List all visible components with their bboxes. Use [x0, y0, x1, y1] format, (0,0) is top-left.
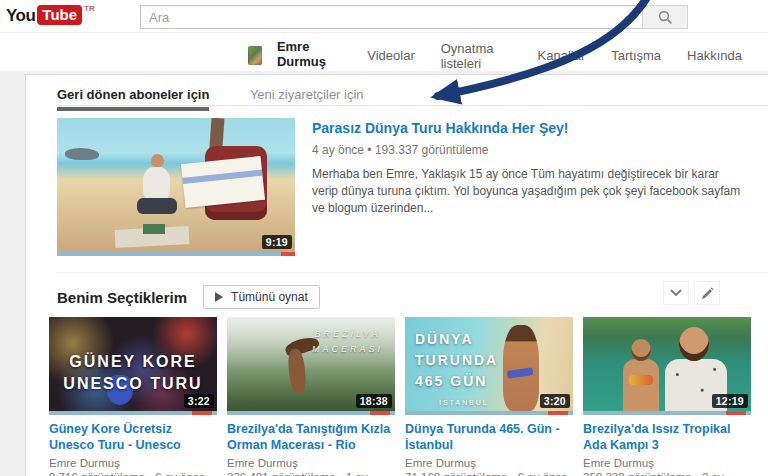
featured-title-link[interactable]: Parasız Dünya Turu Hakkında Her Şey! [312, 120, 744, 136]
watched-progress-bar [405, 411, 573, 415]
search-button[interactable] [642, 5, 688, 29]
youtube-logo-you: You [6, 5, 35, 27]
video-meta: 71.168 görüntüleme • 6 ay önce [405, 471, 573, 476]
edit-shelf-button[interactable] [694, 281, 720, 305]
tab-new-visitors[interactable]: Yeni ziyaretçiler için [250, 87, 364, 107]
video-title-link[interactable]: Dünya Turunda 465. Gün - İstanbul [405, 421, 573, 453]
shelf-tools [658, 281, 720, 305]
play-icon [215, 292, 223, 302]
video-card: BREZİLYA MACERASI 18:38 Brezilya'da Tanı… [227, 317, 395, 476]
video-title-link[interactable]: Güney Kore Ücretsiz Unesco Turu - Unesco… [49, 421, 217, 453]
channel-nav: Emre Durmuş Videolar Oynatma listeleri K… [248, 40, 768, 71]
watched-progress-bar [49, 411, 217, 415]
thumbnail-art-figure-head [631, 339, 651, 361]
collapse-shelf-button[interactable] [663, 281, 689, 305]
duration-badge: 18:38 [356, 394, 392, 408]
thumbnail-art-person-body [143, 167, 170, 201]
duration-badge: 9:19 [262, 235, 292, 249]
search-icon [658, 10, 673, 25]
picks-shelf: Benim Seçtiklerim Tümünü oynat [57, 272, 768, 476]
video-meta: 336.481 görüntüleme • 1 ay önce [227, 471, 395, 476]
thumbnail-overlay-text: DÜNYA TURUNDA 465 GÜN İSTANBUL [415, 329, 498, 411]
thumbnail-art-person-head [151, 154, 164, 168]
duration-badge: 3:20 [540, 394, 570, 408]
video-card: DÜNYA TURUNDA 465 GÜN İSTANBUL 3:20 Düny… [405, 317, 573, 476]
featured-video: 9:19 Parasız Dünya Turu Hakkında Her Şey… [57, 118, 768, 256]
play-all-button[interactable]: Tümünü oynat [203, 285, 320, 309]
video-thumbnail[interactable]: DÜNYA TURUNDA 465 GÜN İSTANBUL 3:20 [405, 317, 573, 411]
video-meta: 8.716 görüntüleme • 6 ay önce [49, 471, 217, 476]
search-input[interactable] [140, 5, 642, 29]
video-card: 12:19 Brezilya'da Issız Tropikal Ada Kam… [583, 317, 751, 476]
audience-tabs: Geri dönen aboneler için Yeni ziyaretçil… [57, 75, 768, 106]
tab-videos[interactable]: Videolar [367, 48, 414, 63]
thumbnail-art-sign [181, 156, 265, 208]
search-bar [140, 5, 688, 29]
duration-badge: 12:19 [712, 394, 748, 408]
video-title-link[interactable]: Brezilya'da Tanıştığım Kızla Orman Macer… [227, 421, 395, 453]
featured-meta: 4 ay önce • 193.337 görüntüleme [312, 143, 744, 157]
featured-thumbnail[interactable]: 9:19 [57, 118, 295, 252]
video-thumbnail[interactable]: GÜNEY KORE UNESCO TURU 3:22 [49, 317, 217, 411]
video-thumbnail[interactable]: BREZİLYA MACERASI 18:38 [227, 317, 395, 411]
youtube-channel-page: You Tube TR Emre Durmuş Videolar Oynatma… [0, 0, 768, 476]
chevron-down-icon [670, 289, 682, 297]
thumbnail-art-figure [623, 359, 659, 411]
youtube-logo[interactable]: You Tube TR [6, 5, 95, 27]
watched-progress-bar [583, 411, 751, 415]
thumbnail-art-island [65, 148, 99, 160]
video-channel-name[interactable]: Emre Durmuş [405, 457, 573, 469]
watched-progress-bar [227, 411, 395, 415]
thumbnail-overlay-text: BREZİLYA MACERASI [312, 327, 383, 357]
featured-description: Merhaba ben Emre, Yaklaşık 15 ay önce Tü… [312, 166, 744, 217]
pencil-icon [701, 287, 714, 300]
thumbnail-art-figure2-head [679, 327, 709, 361]
featured-thumbnail-wrap[interactable]: 9:19 [57, 118, 295, 256]
shelf-title: Benim Seçtiklerim [57, 289, 187, 306]
channel-content-card: Geri dönen aboneler için Yeni ziyaretçil… [25, 74, 768, 476]
channel-avatar[interactable] [248, 46, 262, 65]
youtube-logo-tube: Tube [37, 5, 82, 25]
featured-info: Parasız Dünya Turu Hakkında Her Şey! 4 a… [312, 118, 744, 256]
video-channel-name[interactable]: Emre Durmuş [227, 457, 395, 469]
tab-channels[interactable]: Kanallar [538, 48, 586, 63]
region-code-badge: TR [84, 4, 95, 13]
tab-about[interactable]: Hakkında [687, 48, 742, 63]
video-channel-name[interactable]: Emre Durmuş [49, 457, 217, 469]
duration-badge: 3:22 [184, 394, 214, 408]
play-all-label: Tümünü oynat [231, 290, 308, 304]
watched-progress-bar [57, 252, 295, 256]
tab-discussion[interactable]: Tartışma [611, 48, 661, 63]
shelf-video-row: GÜNEY KORE UNESCO TURU 3:22 Güney Kore Ü… [49, 317, 768, 476]
thumbnail-overlay-text: GÜNEY KORE UNESCO TURU [49, 351, 217, 395]
thumbnail-art-book [143, 224, 165, 234]
video-meta: 250.338 görüntüleme • 2 ay önce [583, 471, 751, 476]
video-title-link[interactable]: Brezilya'da Issız Tropikal Ada Kampı 3 [583, 421, 751, 453]
thumbnail-art-figure-detail [629, 375, 653, 385]
tab-playlists[interactable]: Oynatma listeleri [441, 41, 512, 71]
video-channel-name[interactable]: Emre Durmuş [583, 457, 751, 469]
tab-returning-subscribers[interactable]: Geri dönen aboneler için [57, 87, 209, 111]
video-card: GÜNEY KORE UNESCO TURU 3:22 Güney Kore Ü… [49, 317, 217, 476]
thumbnail-art-person-legs [137, 198, 177, 214]
video-thumbnail[interactable]: 12:19 [583, 317, 751, 411]
top-header: You Tube TR [0, 0, 768, 33]
